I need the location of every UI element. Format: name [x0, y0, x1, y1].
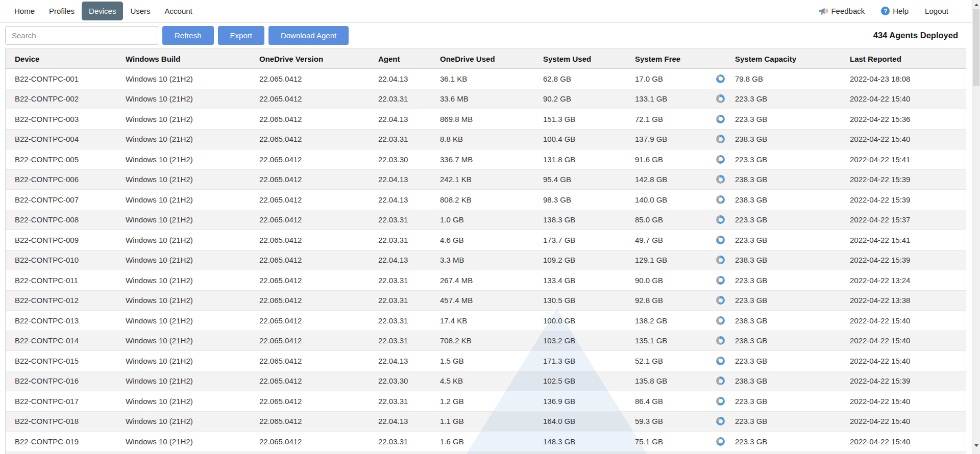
table-row[interactable]: B22-CONTPC-008 Windows 10 (21H2) 22.065.… — [6, 210, 966, 231]
cell-capacity-donut — [707, 89, 726, 109]
cell-onedrive-used — [431, 452, 534, 454]
refresh-button[interactable]: Refresh — [162, 26, 214, 45]
nav-item-users[interactable]: Users — [130, 7, 150, 15]
table-row[interactable]: B22-CONTPC-005 Windows 10 (21H2) 22.065.… — [6, 149, 966, 170]
cell-windows-build: Windows 10 (21H2) — [116, 391, 250, 411]
cell-device: B22-CONTPC-008 — [6, 210, 116, 230]
cell-device: B22-CONTPC-011 — [6, 270, 116, 290]
cell-onedrive-version: 22.065.0412 — [250, 230, 369, 250]
nav-item-account[interactable]: Account — [165, 7, 192, 15]
capacity-donut-icon — [716, 94, 725, 103]
scrollbar-down-arrow-icon[interactable] — [974, 444, 978, 447]
cell-device: B22-CONTPC-001 — [6, 69, 116, 89]
cell-system-used: 173.7 GB — [534, 230, 626, 250]
table-row[interactable]: B22-CONTPC-018 Windows 10 (21H2) 22.065.… — [6, 412, 966, 432]
table-row[interactable]: B22-CONTPC-012 Windows 10 (21H2) 22.065.… — [6, 291, 966, 311]
cell-system-free: 91.6 GB — [626, 149, 707, 169]
cell-system-capacity: 238.3 GB — [726, 371, 841, 391]
cell-system-used: 148.3 GB — [534, 432, 626, 451]
megaphone-icon — [819, 7, 828, 15]
table-row[interactable]: B22-CONTPC-016 Windows 10 (21H2) 22.065.… — [6, 371, 966, 392]
capacity-donut-icon — [716, 236, 725, 244]
table-row[interactable]: B22-CONTPC-010 Windows 10 (21H2) 22.065.… — [6, 250, 966, 271]
capacity-donut-icon — [716, 74, 725, 83]
nav-item-devices[interactable]: Devices — [82, 2, 123, 20]
cell-capacity-donut — [707, 130, 726, 149]
cell-onedrive-version: 22.065.0412 — [250, 351, 369, 371]
download-agent-button[interactable]: Download Agent — [268, 26, 349, 45]
cell-windows-build: Windows 10 (21H2) — [116, 270, 250, 290]
cell-onedrive-used: 33.6 MB — [431, 89, 534, 109]
cell-agent: 22.03.31 — [369, 331, 431, 351]
logout-link[interactable]: Logout — [925, 7, 948, 15]
cell-agent: 22.04.13 — [369, 109, 431, 129]
cell-device: B22-CONTPC-004 — [6, 130, 116, 149]
cell-device: B22-CONTPC-003 — [6, 109, 116, 129]
table-row[interactable]: B22-CONTPC-002 Windows 10 (21H2) 22.065.… — [6, 89, 966, 110]
cell-capacity-donut — [707, 109, 726, 129]
cell-agent: 22.03.31 — [369, 270, 431, 290]
capacity-donut-icon — [716, 417, 725, 425]
export-button[interactable]: Export — [218, 26, 264, 45]
table-row[interactable]: B22-CONTPC-001 Windows 10 (21H2) 22.065.… — [6, 69, 966, 89]
table-row[interactable]: B22-CONTPC-003 Windows 10 (21H2) 22.065.… — [6, 109, 966, 130]
cell-capacity-donut — [707, 412, 726, 432]
table-row[interactable]: B22-CONTPC-015 Windows 10 (21H2) 22.065.… — [6, 351, 966, 371]
cell-system-used: 103.2 GB — [534, 331, 626, 351]
table-row[interactable]: B22-CONTPC-014 Windows 10 (21H2) 22.065.… — [6, 331, 966, 351]
col-header-windows-build[interactable]: Windows Build — [116, 49, 250, 68]
cell-onedrive-version: 22.065.0412 — [250, 250, 369, 270]
cell-last-reported: 2022-04-22 15:37 — [841, 210, 966, 230]
cell-device: B22-CONTPC-017 — [6, 391, 116, 411]
table-row[interactable]: B22-CONTPC-004 Windows 10 (21H2) 22.065.… — [6, 130, 966, 150]
cell-windows-build: Windows 10 (21H2) — [116, 109, 250, 129]
cell-onedrive-used: 1.6 GB — [431, 432, 534, 451]
table-body: B22-CONTPC-001 Windows 10 (21H2) 22.065.… — [6, 69, 966, 454]
table-row[interactable]: B22-CONTPC-013 Windows 10 (21H2) 22.065.… — [6, 311, 966, 331]
cell-device: B22-CONTPC-010 — [6, 250, 116, 270]
cell-windows-build: Windows 10 (21H2) — [116, 69, 250, 89]
feedback-link[interactable]: Feedback — [819, 7, 865, 15]
capacity-donut-icon — [716, 357, 725, 365]
scrollbar-thumb[interactable] — [973, 9, 979, 86]
col-header-onedrive-used[interactable]: OneDrive Used — [431, 49, 534, 68]
cell-windows-build: Windows 10 (21H2) — [116, 412, 250, 432]
cell-onedrive-version: 22.065.0412 — [250, 130, 369, 149]
col-header-system-used[interactable]: System Used — [534, 49, 626, 68]
cell-agent: 22.03.31 — [369, 130, 431, 149]
col-header-device[interactable]: Device — [6, 49, 116, 68]
vertical-scrollbar[interactable] — [972, 0, 980, 454]
col-header-system-capacity[interactable]: System Capacity — [726, 49, 841, 68]
cell-agent: 22.03.31 — [369, 391, 431, 411]
table-row[interactable]: B22-CONTPC-011 Windows 10 (21H2) 22.065.… — [6, 270, 966, 291]
cell-onedrive-used: 17.4 KB — [431, 311, 534, 331]
nav-item-home[interactable]: Home — [14, 7, 35, 15]
table-row[interactable]: B22-CONTPC-019 Windows 10 (21H2) 22.065.… — [6, 432, 966, 452]
cell-onedrive-version: 22.065.0412 — [250, 452, 369, 454]
col-header-last-reported[interactable]: Last Reported — [841, 49, 966, 68]
help-link[interactable]: ? Help — [881, 7, 909, 15]
table-row[interactable]: B22-CONTPC-009 Windows 10 (21H2) 22.065.… — [6, 230, 966, 250]
cell-system-used — [534, 452, 626, 454]
capacity-donut-icon — [716, 336, 725, 345]
col-header-agent[interactable]: Agent — [369, 49, 431, 68]
cell-windows-build: Windows 10 (21H2) — [116, 149, 250, 169]
cell-system-free: 133.1 GB — [626, 89, 707, 109]
table-row[interactable]: B22-CONTPC-006 Windows 10 (21H2) 22.065.… — [6, 170, 966, 190]
cell-windows-build: Windows 10 (21H2) — [116, 311, 250, 331]
search-input[interactable] — [5, 26, 158, 45]
cell-onedrive-version: 22.065.0412 — [250, 89, 369, 109]
cell-last-reported: 2022-04-22 13:24 — [841, 270, 966, 290]
cell-windows-build: Windows 10 (21H2) — [116, 190, 250, 210]
cell-onedrive-version: 22.065.0412 — [250, 109, 369, 129]
nav-item-profiles[interactable]: Profiles — [49, 7, 75, 15]
col-header-system-free[interactable]: System Free — [626, 49, 707, 68]
cell-agent: 22.03.31 — [369, 291, 431, 311]
cell-system-used: 102.5 GB — [534, 371, 626, 391]
table-row[interactable]: B22-CONTPC-017 Windows 10 (21H2) 22.065.… — [6, 391, 966, 412]
scrollbar-up-arrow-icon[interactable] — [974, 4, 978, 6]
table-row[interactable]: B22-CONTPC-007 Windows 10 (21H2) 22.065.… — [6, 190, 966, 210]
cell-agent: 22.03.31 — [369, 311, 431, 331]
table-row[interactable]: B22-CONTPC-020 Windows 10 (21H2) 22.065.… — [6, 452, 966, 454]
col-header-onedrive-version[interactable]: OneDrive Version — [250, 49, 369, 68]
